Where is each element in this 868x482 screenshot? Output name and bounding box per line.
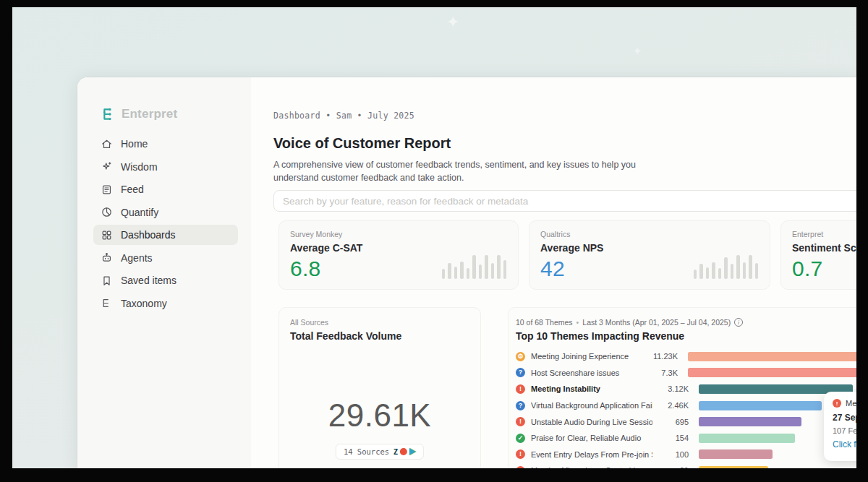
logo[interactable]: Enterpret: [99, 106, 177, 122]
sidebar-item-label: Home: [121, 138, 148, 150]
theme-row[interactable]: ✓Praise for Clear, Reliable Audio154: [509, 430, 856, 447]
theme-row[interactable]: !Event Entry Delays From Pre-join Steps1…: [509, 447, 856, 463]
breadcrumb[interactable]: Dashboard • Sam • July 2025: [273, 111, 414, 121]
info-icon[interactable]: i: [734, 318, 743, 327]
theme-label: Virtual Background Application Failures: [531, 401, 652, 410]
metric-source: Survey Monkey: [290, 230, 507, 238]
theme-value: 29: [652, 466, 689, 468]
zendesk-icon: Z: [393, 448, 398, 456]
bottom-row: All Sources Total Feedback Volume 29.61K…: [278, 307, 856, 468]
chart-title: Top 10 Themes Impacting Revenue: [516, 330, 684, 342]
sidebar-item-label: Quantify: [121, 207, 158, 218]
question-icon: ?: [516, 401, 525, 410]
theme-label: Meeting Microphone Control Issues: [531, 466, 652, 468]
tooltip-link[interactable]: Click f: [833, 439, 856, 449]
total-feedback-value: 29.61K: [279, 397, 480, 434]
sources-count-label: 14 Sources: [344, 447, 389, 456]
reddit-icon: [400, 448, 407, 455]
sidebar-item-wisdom[interactable]: Wisdom: [93, 157, 238, 177]
theme-value: 100: [652, 450, 689, 459]
robot-icon: [101, 251, 113, 264]
sources-badge[interactable]: 14 Sources Z: [336, 444, 424, 460]
metric-label: Average NPS: [540, 242, 759, 254]
theme-label: Host Screenshare issues: [531, 369, 644, 377]
theme-row[interactable]: ?Host Screenshare issues7.3K: [509, 365, 856, 382]
grid-icon: [101, 229, 113, 241]
themes-period-label: Last 3 Months (Apr 01, 2025 – Jul 04, 20…: [582, 318, 731, 327]
theme-row[interactable]: !Meeting Microphone Control Issues29: [509, 462, 856, 468]
bookmark-icon: [101, 275, 113, 287]
theme-row[interactable]: ⚙Meeting Joining Experience11.23K: [509, 348, 856, 365]
metric-card-average-c-sat[interactable]: Survey MonkeyAverage C-SAT6.8: [278, 220, 519, 290]
metric-label: Sentiment Score: [792, 242, 856, 254]
metric-source: Qualtrics: [540, 230, 759, 238]
theme-label: Event Entry Delays From Pre-join Steps: [531, 450, 652, 459]
main-content: Dashboard • Sam • July 2025 Voice of Cus…: [251, 77, 856, 468]
sidebar-item-feed[interactable]: Feed: [93, 179, 238, 199]
sidebar-item-quantify[interactable]: Quantify: [93, 202, 238, 223]
sidebar-item-taxonomy[interactable]: Taxonomy: [93, 293, 238, 314]
sidebar-item-home[interactable]: Home: [93, 134, 238, 154]
sidebar-item-label: Saved items: [121, 275, 176, 286]
alert-icon: !: [516, 417, 525, 426]
page-background: ✦ ✦ Enterpret Home: [12, 7, 856, 468]
theme-row[interactable]: !Unstable Audio During Live Sessions695: [509, 413, 856, 430]
sidebar-item-label: Agents: [121, 252, 153, 264]
sidebar: Enterpret HomeWisdomFeedQuantifyDashboar…: [77, 77, 251, 468]
theme-label: Praise for Clear, Reliable Audio: [531, 434, 652, 442]
theme-label: Unstable Audio During Live Sessions: [531, 418, 652, 426]
sparkline-chart: [442, 255, 507, 279]
theme-bar[interactable]: [699, 401, 822, 410]
taxonomy-icon: [101, 297, 113, 309]
total-feedback-volume-card: All Sources Total Feedback Volume 29.61K…: [278, 307, 481, 468]
sidebar-item-agents[interactable]: Agents: [93, 248, 238, 268]
theme-value: 2.46K: [652, 401, 689, 410]
metric-label: Average C-SAT: [290, 242, 507, 254]
metric-value: 0.7: [792, 257, 856, 281]
card-title: Total Feedback Volume: [290, 330, 401, 342]
theme-row[interactable]: !Meeting Instability3.12K: [509, 381, 856, 397]
logo-text: Enterpret: [122, 107, 177, 121]
top-themes-card: 10 of 68 Themes • Last 3 Months (Apr 01,…: [508, 307, 856, 468]
tooltip-feedback-count: 107 Fee: [833, 426, 856, 435]
sidebar-item-saved-items[interactable]: Saved items: [93, 270, 238, 291]
theme-bar[interactable]: [699, 466, 768, 468]
page-description: A comprehensive view of customer feedbac…: [273, 158, 670, 184]
question-icon: ?: [516, 368, 525, 377]
metric-card-average-nps[interactable]: QualtricsAverage NPS42: [529, 220, 770, 290]
sidebar-item-label: Feed: [121, 184, 144, 195]
search-input[interactable]: [273, 190, 856, 212]
enterpret-logo-icon: [99, 106, 115, 122]
alert-icon: !: [833, 399, 841, 408]
theme-bar[interactable]: [699, 434, 795, 443]
alert-icon: !: [516, 466, 525, 468]
theme-bar[interactable]: [699, 417, 801, 426]
alert-icon: !: [516, 449, 525, 459]
theme-bar[interactable]: [688, 368, 856, 377]
metric-card-sentiment-score[interactable]: EnterpretSentiment Score0.7: [780, 220, 856, 290]
app-window: Enterpret HomeWisdomFeedQuantifyDashboar…: [77, 77, 856, 468]
theme-value: 695: [652, 418, 689, 426]
sidebar-nav: HomeWisdomFeedQuantifyDashboardsAgentsSa…: [93, 134, 238, 316]
feed-icon: [101, 184, 113, 196]
theme-bar[interactable]: [699, 449, 773, 459]
sparkline-chart: [694, 255, 759, 279]
metric-source: Enterpret: [792, 230, 856, 238]
theme-value: 11.23K: [644, 352, 678, 361]
alert-icon: !: [516, 384, 525, 394]
sidebar-item-label: Dashboards: [121, 229, 176, 241]
sparkle-decoration-icon: ✦: [446, 13, 459, 32]
google-play-icon: [409, 448, 416, 455]
sidebar-item-dashboards[interactable]: Dashboards: [93, 225, 238, 245]
sparkle-decoration-icon: ✦: [633, 45, 642, 58]
check-icon: ✓: [516, 434, 525, 443]
themes-meta: 10 of 68 Themes • Last 3 Months (Apr 01,…: [516, 318, 743, 327]
tooltip-date: 27 Sept: [833, 413, 856, 423]
theme-value: 7.3K: [644, 369, 678, 377]
sidebar-item-label: Wisdom: [121, 161, 158, 173]
theme-label: Meeting Joining Experience: [531, 352, 644, 361]
theme-value: 154: [652, 434, 689, 442]
theme-row[interactable]: ?Virtual Background Application Failures…: [509, 397, 856, 414]
theme-bar[interactable]: [688, 352, 856, 361]
page-title: Voice of Customer Report: [273, 135, 451, 152]
